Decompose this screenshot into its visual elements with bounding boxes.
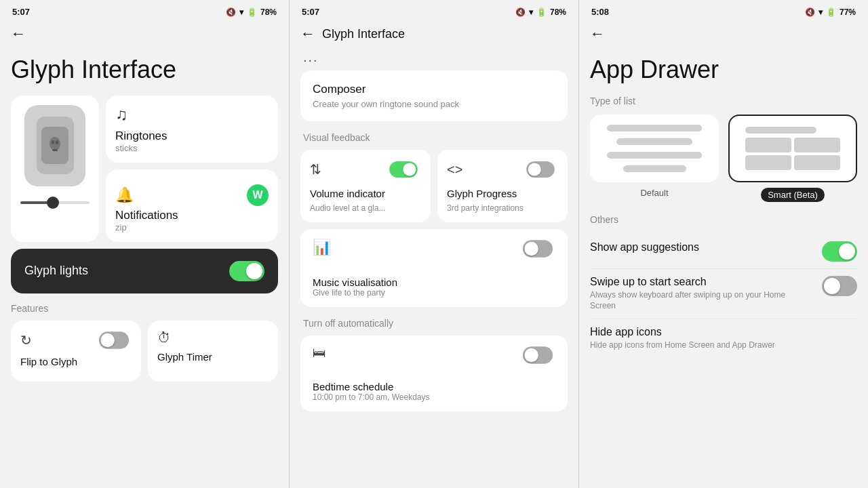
back-button-2[interactable]: ← bbox=[300, 25, 315, 43]
smart-card[interactable] bbox=[728, 115, 857, 182]
glyph-progress-sub: 3rd party integrations bbox=[447, 203, 558, 213]
sim-row-1 bbox=[607, 125, 702, 131]
visual-feedback-grid: ⇅ Volume indicator Audio level at a gla.… bbox=[300, 150, 568, 222]
smart-option[interactable]: Smart (Beta) bbox=[728, 115, 857, 202]
battery-icon: 🔋 bbox=[247, 7, 257, 17]
flip-to-glyph-card[interactable]: ↻ Flip to Glyph bbox=[11, 321, 141, 382]
phone-face bbox=[41, 127, 68, 164]
sim-row-2 bbox=[616, 138, 692, 145]
page-title-1: Glyph Interface bbox=[11, 56, 278, 83]
back-button-1[interactable]: ← bbox=[11, 25, 26, 43]
glyph-progress-title: Glyph Progress bbox=[447, 188, 558, 199]
default-option[interactable]: Default bbox=[590, 115, 719, 202]
time-3: 5:08 bbox=[591, 7, 609, 17]
others-label: Others bbox=[590, 214, 857, 225]
glyph-timer-card[interactable]: ⏱ Glyph Timer bbox=[148, 321, 278, 382]
time-2: 5:07 bbox=[302, 7, 319, 17]
bell-icon: 🔔 bbox=[115, 186, 134, 204]
phone-1: 5:07 🔇 ▾ 🔋 78% ← Glyph Interface bbox=[0, 0, 289, 488]
brightness-slider[interactable] bbox=[20, 201, 90, 204]
swipe-search-toggle[interactable] bbox=[822, 276, 857, 296]
composer-card[interactable]: Composer Create your own ringtone sound … bbox=[300, 70, 568, 121]
svg-point-0 bbox=[50, 137, 60, 150]
grid-1 bbox=[745, 138, 791, 152]
slider-track bbox=[20, 201, 90, 204]
mute-icon-3: 🔇 bbox=[805, 7, 815, 17]
swipe-search-text: Swipe up to start search Always show key… bbox=[590, 276, 822, 312]
grid-3 bbox=[745, 155, 791, 170]
svg-rect-3 bbox=[52, 149, 58, 151]
equalizer-icon: ⇅ bbox=[310, 161, 321, 178]
smart-row bbox=[745, 127, 816, 134]
composer-subtitle: Create your own ringtone sound pack bbox=[313, 99, 555, 109]
music-vis-title: Music visualisation bbox=[313, 277, 520, 288]
flip-glyph-toggle[interactable] bbox=[99, 331, 129, 349]
wifi-icon-3: ▾ bbox=[818, 7, 823, 17]
mute-icon: 🔇 bbox=[226, 7, 236, 17]
hide-app-icons-row: Hide app icons Hide app icons from Home … bbox=[590, 319, 857, 358]
status-bar-3: 5:08 🔇 ▾ 🔋 77% bbox=[579, 0, 868, 21]
music-vis-toggle[interactable] bbox=[523, 240, 553, 258]
page-title-3: App Drawer bbox=[590, 56, 857, 83]
ringtones-label: Ringtones bbox=[115, 129, 269, 143]
sim-row-4 bbox=[623, 165, 686, 172]
volume-toggle[interactable] bbox=[389, 161, 418, 178]
volume-indicator-card[interactable]: ⇅ Volume indicator Audio level at a gla.… bbox=[300, 150, 431, 222]
show-app-suggestions-title: Show app suggestions bbox=[590, 241, 812, 253]
phone-2: 5:07 🔇 ▾ 🔋 78% ← Glyph Interface ··· Com… bbox=[289, 0, 578, 488]
glyph-progress-card[interactable]: <> Glyph Progress 3rd party integrations bbox=[437, 150, 568, 222]
ringtones-sublabel: sticks bbox=[115, 143, 269, 153]
status-bar-1: 5:07 🔇 ▾ 🔋 78% bbox=[0, 0, 289, 21]
phone2-content: ··· Composer Create your own ringtone so… bbox=[290, 49, 578, 488]
status-icons-2: 🔇 ▾ 🔋 78% bbox=[515, 7, 566, 17]
dots-menu[interactable]: ··· bbox=[290, 49, 578, 70]
show-app-suggestions-text: Show app suggestions bbox=[590, 241, 822, 255]
bedtime-left: 🛏 Bedtime schedule 10:00 pm to 7:00 am, … bbox=[313, 345, 430, 402]
music-vis-left: 📊 Music visualisation Give life to the p… bbox=[313, 239, 520, 298]
back-button-3[interactable]: ← bbox=[590, 25, 605, 43]
bedtime-sub: 10:00 pm to 7:00 am, Weekdays bbox=[313, 392, 430, 402]
grid-2 bbox=[794, 138, 840, 152]
ringtones-card[interactable]: ♫ Ringtones sticks bbox=[106, 96, 278, 163]
mute-icon-2: 🔇 bbox=[515, 7, 526, 17]
type-of-list-label: Type of list bbox=[590, 96, 857, 106]
battery-icon-2: 🔋 bbox=[536, 7, 547, 17]
glyph-lights-row[interactable]: Glyph lights bbox=[11, 249, 278, 293]
notifications-card[interactable]: 🔔 W Notifications zip bbox=[106, 169, 278, 242]
show-app-suggestions-toggle[interactable] bbox=[822, 241, 857, 262]
bedtime-toggle[interactable] bbox=[523, 346, 553, 364]
top-nav-3: ← bbox=[579, 21, 868, 49]
list-type-row: Default Smart bbox=[590, 115, 857, 202]
flip-icon: ↻ bbox=[20, 332, 32, 348]
phone-inner bbox=[37, 117, 74, 174]
swipe-search-row: Swipe up to start search Always show key… bbox=[590, 269, 857, 320]
status-bar-2: 5:07 🔇 ▾ 🔋 78% bbox=[290, 0, 578, 21]
glyph-timer-label: Glyph Timer bbox=[157, 351, 212, 363]
top-cards-row: ♫ Ringtones sticks 🔔 W Notifications zip bbox=[11, 96, 278, 242]
glyph-lights-toggle[interactable] bbox=[229, 261, 264, 281]
wifi-icon-2: ▾ bbox=[529, 7, 533, 17]
app-drawer-content: App Drawer Type of list Default bbox=[579, 49, 868, 488]
code-icon: <> bbox=[447, 162, 462, 178]
smart-grid bbox=[745, 138, 840, 170]
hide-app-icons-text: Hide app icons Hide app icons from Home … bbox=[590, 326, 857, 351]
swipe-search-title: Swipe up to start search bbox=[590, 276, 812, 288]
flip-glyph-label: Flip to Glyph bbox=[20, 356, 77, 367]
bedtime-title: Bedtime schedule bbox=[313, 381, 430, 392]
glyph-lights-label: Glyph lights bbox=[24, 264, 88, 278]
swipe-search-sub: Always show keyboard after swiping up on… bbox=[590, 289, 812, 312]
sim-row-3 bbox=[607, 152, 702, 159]
notifications-sublabel: zip bbox=[115, 222, 269, 232]
slider-thumb bbox=[47, 197, 59, 209]
bar-chart-icon: 📊 bbox=[313, 239, 520, 256]
turn-off-header: Turn off automatically bbox=[290, 314, 578, 336]
timer-icon: ⏱ bbox=[157, 330, 171, 346]
default-card[interactable] bbox=[590, 115, 719, 182]
glyph-progress-toggle[interactable] bbox=[526, 161, 555, 178]
bedtime-card[interactable]: 🛏 Bedtime schedule 10:00 pm to 7:00 am, … bbox=[300, 336, 568, 411]
music-vis-card[interactable]: 📊 Music visualisation Give life to the p… bbox=[300, 229, 568, 307]
hide-app-icons-title: Hide app icons bbox=[590, 326, 848, 338]
nav-title-2: Glyph Interface bbox=[322, 27, 405, 41]
slider-fill bbox=[20, 201, 48, 204]
notifications-label: Notifications bbox=[115, 209, 269, 222]
